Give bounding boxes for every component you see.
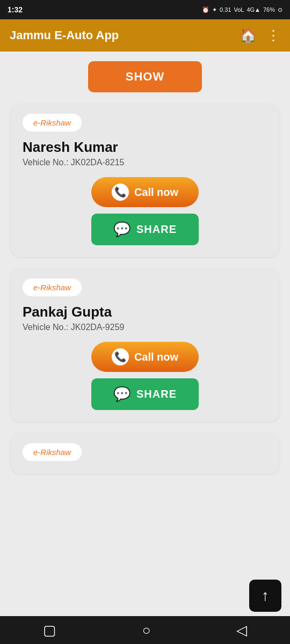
phone-icon-1: 📞 bbox=[112, 184, 129, 201]
bluetooth-icon: ✦ bbox=[212, 6, 217, 13]
whatsapp-icon-2: 💬 bbox=[113, 386, 131, 402]
more-options-icon[interactable]: ⋮ bbox=[266, 27, 280, 44]
app-bar: Jammu E-Auto App 🏠 ⋮ bbox=[0, 19, 290, 52]
driver-name-2: Pankaj Gupta bbox=[23, 304, 267, 320]
driver-name-1: Naresh Kumar bbox=[23, 139, 267, 156]
driver-card-2: e-Rikshaw Pankaj Gupta Vehicle No.: JK02… bbox=[11, 269, 279, 422]
vehicle-number-1: Vehicle No.: JK02DA-8215 bbox=[23, 158, 267, 167]
main-content: SHOW e-Rikshaw Naresh Kumar Vehicle No.:… bbox=[0, 52, 290, 644]
network-icon: 4G▲ bbox=[247, 6, 260, 13]
scroll-to-top-button[interactable]: ↑ bbox=[249, 580, 281, 612]
phone-icon-2: 📞 bbox=[112, 348, 129, 365]
nav-circle-icon[interactable]: ○ bbox=[142, 622, 151, 639]
volte-icon: VoL bbox=[234, 6, 244, 13]
show-button-wrapper: SHOW bbox=[11, 61, 279, 92]
vehicle-type-badge-1: e-Rikshaw bbox=[23, 114, 82, 131]
status-bar: 1:32 ⏰ ✦ 0.31 VoL 4G▲ 76% ⊙ bbox=[0, 0, 290, 19]
arrow-up-icon: ↑ bbox=[262, 587, 269, 604]
data-speed: 0.31 bbox=[220, 6, 231, 13]
driver-card-partial: e-Rikshaw bbox=[11, 434, 279, 474]
vehicle-type-badge-2: e-Rikshaw bbox=[23, 279, 82, 296]
whatsapp-icon-1: 💬 bbox=[113, 221, 131, 238]
call-now-label-1: Call now bbox=[134, 186, 178, 199]
share-button-2[interactable]: 💬 SHARE bbox=[91, 378, 199, 410]
status-right-icons: ⏰ ✦ 0.31 VoL 4G▲ 76% ⊙ bbox=[202, 6, 282, 13]
battery-icon: ⊙ bbox=[278, 6, 282, 13]
battery: 76% bbox=[263, 6, 275, 13]
vehicle-number-2: Vehicle No.: JK02DA-9259 bbox=[23, 323, 267, 332]
app-bar-icons: 🏠 ⋮ bbox=[240, 27, 280, 44]
alarm-icon: ⏰ bbox=[202, 6, 209, 13]
call-now-button-1[interactable]: 📞 Call now bbox=[91, 177, 199, 207]
share-label-2: SHARE bbox=[136, 388, 177, 400]
vehicle-type-badge-partial: e-Rikshaw bbox=[23, 443, 82, 461]
call-now-button-2[interactable]: 📞 Call now bbox=[91, 342, 199, 372]
call-now-label-2: Call now bbox=[134, 351, 178, 363]
driver-card-1: e-Rikshaw Naresh Kumar Vehicle No.: JK02… bbox=[11, 104, 279, 257]
app-title: Jammu E-Auto App bbox=[10, 28, 119, 42]
home-icon[interactable]: 🏠 bbox=[240, 27, 257, 44]
show-button[interactable]: SHOW bbox=[88, 61, 202, 92]
share-label-1: SHARE bbox=[136, 223, 177, 236]
nav-square-icon[interactable]: ▢ bbox=[43, 622, 56, 639]
share-button-1[interactable]: 💬 SHARE bbox=[91, 214, 199, 245]
nav-back-icon[interactable]: ◁ bbox=[236, 622, 247, 639]
bottom-navigation: ▢ ○ ◁ bbox=[0, 616, 290, 644]
status-time: 1:32 bbox=[8, 5, 23, 14]
